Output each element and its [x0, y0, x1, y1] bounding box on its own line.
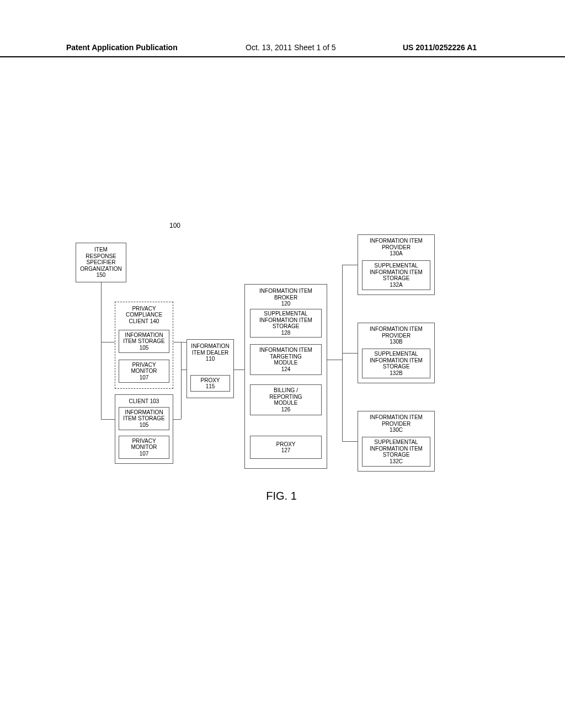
supp-storage-128-l2: INFORMATION ITEM	[259, 317, 312, 324]
proxy-115-l1: PROXY	[200, 377, 220, 384]
provider-130c-l2: PROVIDER	[382, 421, 411, 427]
client-103-label: CLIENT 103	[129, 398, 159, 405]
storage-132b-l3: STORAGE	[383, 363, 410, 370]
proxy-115: PROXY 115	[190, 375, 230, 392]
storage-132a-num: 132A	[390, 282, 402, 288]
storage-132b-l1: SUPPLEMENTAL	[374, 351, 418, 357]
client-140-line3: CLIENT 140	[129, 318, 159, 325]
supp-storage-128-num: 128	[281, 330, 291, 336]
conn-provider-c	[342, 441, 358, 442]
storage-132c-num: 132C	[390, 458, 403, 465]
dealer-110-l1: INFORMATION	[191, 343, 229, 350]
client-140-line2: COMPLIANCE	[126, 312, 162, 318]
proxy-115-num: 115	[206, 383, 215, 390]
supp-storage-128-l1: SUPPLEMENTAL	[264, 311, 307, 317]
provider-130b-l2: PROVIDER	[382, 333, 411, 339]
info-storage-105a: INFORMATION ITEM STORAGE 105	[119, 330, 169, 353]
proxy-127: PROXY 127	[250, 436, 322, 459]
info-storage-105b-l2: ITEM STORAGE	[123, 415, 164, 422]
supp-storage-128-l3: STORAGE	[273, 323, 300, 330]
privacy-monitor-107a-l1: PRIVACY	[132, 362, 156, 368]
header-right: US 2011/0252226 A1	[403, 43, 477, 52]
system-number-label: 100	[169, 222, 180, 229]
conn-org150-client103	[101, 419, 115, 420]
figure-label: FIG. 1	[55, 490, 508, 502]
conn-org150-client140	[101, 342, 115, 342]
info-storage-105a-l2: ITEM STORAGE	[123, 338, 164, 345]
targeting-124-l1: INFORMATION ITEM	[259, 347, 312, 354]
info-storage-105a-l1: INFORMATION	[125, 332, 163, 339]
storage-132b-num: 132B	[390, 370, 402, 377]
conn-clients-dealer-v	[181, 342, 182, 419]
billing-126-num: 126	[281, 406, 291, 413]
page-header: Patent Application Publication Oct. 13, …	[0, 43, 565, 57]
storage-132c: SUPPLEMENTAL INFORMATION ITEM STORAGE 13…	[362, 437, 430, 467]
privacy-monitor-107b-l2: MONITOR	[131, 444, 157, 451]
org-150-line3: SPECIFIER	[87, 259, 116, 266]
org-150-line4: ORGANIZATION	[80, 266, 121, 272]
storage-132b-l2: INFORMATION ITEM	[370, 357, 423, 364]
org-150-num: 150	[97, 272, 106, 279]
provider-130a-l1: INFORMATION ITEM	[370, 238, 423, 244]
billing-126-l2: REPORTING	[269, 394, 302, 400]
provider-130a-num: 130A	[390, 250, 402, 257]
header-left: Patent Application Publication	[66, 43, 178, 52]
privacy-monitor-107a: PRIVACY MONITOR 107	[119, 360, 169, 383]
dealer-110-l2: ITEM DEALER	[192, 350, 229, 356]
privacy-monitor-107b: PRIVACY MONITOR 107	[119, 436, 169, 459]
org-150-line1: ITEM	[94, 247, 108, 253]
broker-120-num: 120	[281, 301, 291, 307]
targeting-124-num: 124	[281, 366, 291, 373]
targeting-124: INFORMATION ITEM TARGETING MODULE 124	[250, 344, 322, 375]
client-140-label: PRIVACY COMPLIANCE CLIENT 140	[119, 304, 169, 326]
storage-132c-l3: STORAGE	[383, 452, 410, 458]
provider-130c-l1: INFORMATION ITEM	[370, 414, 423, 421]
header-center: Oct. 13, 2011 Sheet 1 of 5	[246, 43, 335, 52]
diagram-fig1: 100 ITEM RESPONSE SPECIFIER ORGANIZATION…	[55, 232, 508, 485]
storage-132a-l1: SUPPLEMENTAL	[374, 263, 418, 269]
provider-130c-num: 130C	[390, 427, 403, 433]
broker-120-l1: INFORMATION ITEM	[259, 288, 312, 295]
client-140-line1: PRIVACY	[132, 306, 156, 312]
info-storage-105b-l1: INFORMATION	[125, 409, 163, 416]
storage-132a: SUPPLEMENTAL INFORMATION ITEM STORAGE 13…	[362, 260, 430, 290]
privacy-monitor-107a-num: 107	[140, 374, 149, 381]
privacy-monitor-107b-l1: PRIVACY	[132, 438, 156, 445]
billing-126-l1: BILLING /	[274, 387, 298, 394]
proxy-127-l1: PROXY	[276, 441, 295, 448]
org-150-line2: RESPONSE	[86, 253, 116, 260]
conn-client140-dealer-h	[173, 342, 186, 342]
storage-132a-l3: STORAGE	[383, 275, 410, 282]
conn-provider-b	[342, 353, 358, 354]
conn-dealer-broker	[234, 370, 244, 370]
provider-130b-num: 130B	[390, 339, 402, 345]
storage-132c-l1: SUPPLEMENTAL	[374, 439, 418, 446]
privacy-monitor-107a-l2: MONITOR	[131, 368, 157, 374]
provider-130b-l1: INFORMATION ITEM	[370, 326, 423, 333]
conn-client103-dealer-h	[173, 419, 181, 420]
targeting-124-l3: MODULE	[274, 360, 298, 366]
provider-130a-l2: PROVIDER	[382, 244, 411, 251]
broker-120-l2: BROKER	[274, 295, 297, 301]
proxy-127-num: 127	[281, 447, 291, 454]
conn-clients-dealer-into	[181, 370, 186, 370]
info-storage-105a-num: 105	[140, 345, 149, 351]
storage-132b: SUPPLEMENTAL INFORMATION ITEM STORAGE 13…	[362, 349, 430, 378]
conn-org150-v	[101, 282, 102, 419]
storage-132c-l2: INFORMATION ITEM	[370, 446, 423, 452]
info-storage-105b: INFORMATION ITEM STORAGE 105	[119, 407, 169, 430]
billing-126-l3: MODULE	[274, 400, 298, 406]
org-150-box: ITEM RESPONSE SPECIFIER ORGANIZATION 150	[76, 243, 126, 282]
supp-storage-128: SUPPLEMENTAL INFORMATION ITEM STORAGE 12…	[250, 309, 322, 338]
targeting-124-l2: TARGETING	[270, 354, 302, 360]
billing-126: BILLING / REPORTING MODULE 126	[250, 384, 322, 415]
dealer-110-num: 110	[206, 356, 215, 362]
conn-broker-trunk	[327, 360, 342, 360]
storage-132a-l2: INFORMATION ITEM	[370, 269, 423, 276]
privacy-monitor-107b-num: 107	[140, 451, 149, 457]
conn-provider-a	[342, 265, 358, 265]
info-storage-105b-num: 105	[140, 422, 149, 429]
